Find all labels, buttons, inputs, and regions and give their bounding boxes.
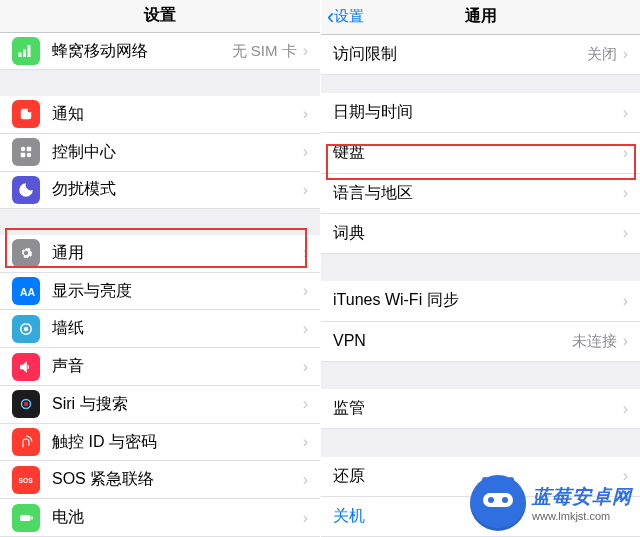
- row-label: VPN: [333, 332, 572, 350]
- general-title: 通用: [465, 6, 497, 27]
- chevron-right-icon: ›: [303, 433, 308, 451]
- general-icon: [12, 239, 40, 267]
- back-button[interactable]: ‹ 设置: [327, 6, 364, 28]
- row-label: 声音: [52, 356, 303, 377]
- row-value: 无 SIM 卡: [232, 42, 297, 61]
- row-value: 关闭: [587, 45, 617, 64]
- row-label: 墙纸: [52, 318, 303, 339]
- row-restrictions[interactable]: 访问限制 关闭 ›: [321, 35, 640, 75]
- watermark-title: 蓝莓安卓网: [532, 484, 632, 510]
- general-panel: ‹ 设置 通用 访问限制 关闭 › 日期与时间 › 键盘 › 语言与地区 › 词…: [320, 0, 640, 537]
- row-label: 通知: [52, 104, 303, 125]
- row-label: Siri 与搜索: [52, 394, 303, 415]
- settings-title: 设置: [144, 5, 176, 26]
- row-label: 电池: [52, 507, 303, 528]
- svg-point-8: [24, 327, 29, 332]
- row-label: 词典: [333, 223, 623, 244]
- back-label: 设置: [334, 7, 364, 26]
- svg-rect-13: [31, 516, 33, 519]
- battery-icon: [12, 504, 40, 532]
- cellular-icon: [12, 37, 40, 65]
- watermark-url: www.lmkjst.com: [532, 510, 610, 522]
- wallpaper-icon: [12, 315, 40, 343]
- row-display[interactable]: AA 显示与亮度 ›: [0, 273, 320, 311]
- svg-point-5: [27, 153, 32, 158]
- chevron-right-icon: ›: [303, 282, 308, 300]
- chevron-right-icon: ›: [303, 143, 308, 161]
- chevron-right-icon: ›: [303, 395, 308, 413]
- svg-point-1: [28, 108, 33, 113]
- chevron-right-icon: ›: [623, 104, 628, 122]
- chevron-right-icon: ›: [303, 105, 308, 123]
- chevron-right-icon: ›: [623, 224, 628, 242]
- chevron-right-icon: ›: [303, 320, 308, 338]
- row-keyboard[interactable]: 键盘 ›: [321, 133, 640, 173]
- row-date-time[interactable]: 日期与时间 ›: [321, 93, 640, 133]
- display-icon: AA: [12, 277, 40, 305]
- row-label: 语言与地区: [333, 183, 623, 204]
- row-value: 未连接: [572, 332, 617, 351]
- row-general[interactable]: 通用 ›: [0, 235, 320, 273]
- svg-text:SOS: SOS: [19, 477, 34, 484]
- row-cellular[interactable]: 蜂窝移动网络 无 SIM 卡 ›: [0, 33, 320, 71]
- chevron-right-icon: ›: [623, 45, 628, 63]
- row-label: SOS 紧急联络: [52, 469, 303, 490]
- row-label: 键盘: [333, 142, 623, 163]
- chevron-right-icon: ›: [623, 292, 628, 310]
- row-control-center[interactable]: 控制中心 ›: [0, 134, 320, 172]
- row-notifications[interactable]: 通知 ›: [0, 96, 320, 134]
- svg-point-2: [21, 147, 26, 152]
- chevron-right-icon: ›: [623, 144, 628, 162]
- chevron-right-icon: ›: [303, 181, 308, 199]
- chevron-right-icon: ›: [303, 42, 308, 60]
- sound-icon: [12, 353, 40, 381]
- row-label: 访问限制: [333, 44, 587, 65]
- notifications-icon: [12, 100, 40, 128]
- row-sos[interactable]: SOS SOS 紧急联络 ›: [0, 461, 320, 499]
- row-language-region[interactable]: 语言与地区 ›: [321, 174, 640, 214]
- row-siri[interactable]: Siri 与搜索 ›: [0, 386, 320, 424]
- row-vpn[interactable]: VPN 未连接 ›: [321, 322, 640, 362]
- chevron-right-icon: ›: [303, 471, 308, 489]
- chevron-right-icon: ›: [623, 332, 628, 350]
- row-battery[interactable]: 电池 ›: [0, 499, 320, 537]
- row-label: 触控 ID 与密码: [52, 432, 303, 453]
- svg-rect-4: [21, 153, 26, 158]
- chevron-right-icon: ›: [303, 358, 308, 376]
- svg-text:AA: AA: [20, 286, 35, 298]
- chevron-right-icon: ›: [623, 400, 628, 418]
- row-label: 通用: [52, 243, 303, 264]
- row-label: 监管: [333, 398, 623, 419]
- sos-icon: SOS: [12, 466, 40, 494]
- chevron-right-icon: ›: [303, 244, 308, 262]
- row-label: 显示与亮度: [52, 281, 303, 302]
- control-center-icon: [12, 138, 40, 166]
- row-touchid[interactable]: 触控 ID 与密码 ›: [0, 424, 320, 462]
- row-label: 日期与时间: [333, 102, 623, 123]
- general-header: ‹ 设置 通用: [321, 0, 640, 35]
- row-label: 蜂窝移动网络: [52, 41, 232, 62]
- svg-point-10: [24, 402, 29, 407]
- watermark-logo-icon: [470, 475, 526, 531]
- chevron-right-icon: ›: [623, 184, 628, 202]
- row-dictionary[interactable]: 词典 ›: [321, 214, 640, 254]
- chevron-left-icon: ‹: [327, 6, 334, 28]
- row-supervision[interactable]: 监管 ›: [321, 389, 640, 429]
- row-label: 勿扰模式: [52, 179, 303, 200]
- row-label: 控制中心: [52, 142, 303, 163]
- touchid-icon: [12, 428, 40, 456]
- dnd-icon: [12, 176, 40, 204]
- settings-header: 设置: [0, 0, 320, 33]
- svg-rect-12: [20, 515, 31, 521]
- row-itunes-wifi[interactable]: iTunes Wi-Fi 同步 ›: [321, 281, 640, 321]
- row-sound[interactable]: 声音 ›: [0, 348, 320, 386]
- row-dnd[interactable]: 勿扰模式 ›: [0, 172, 320, 210]
- row-label: iTunes Wi-Fi 同步: [333, 290, 623, 311]
- chevron-right-icon: ›: [303, 509, 308, 527]
- row-wallpaper[interactable]: 墙纸 ›: [0, 310, 320, 348]
- settings-panel: 设置 蜂窝移动网络 无 SIM 卡 › 通知 › 控制中心 ›: [0, 0, 320, 537]
- watermark: 蓝莓安卓网 www.lmkjst.com: [470, 475, 632, 531]
- siri-icon: [12, 390, 40, 418]
- svg-rect-3: [27, 147, 32, 152]
